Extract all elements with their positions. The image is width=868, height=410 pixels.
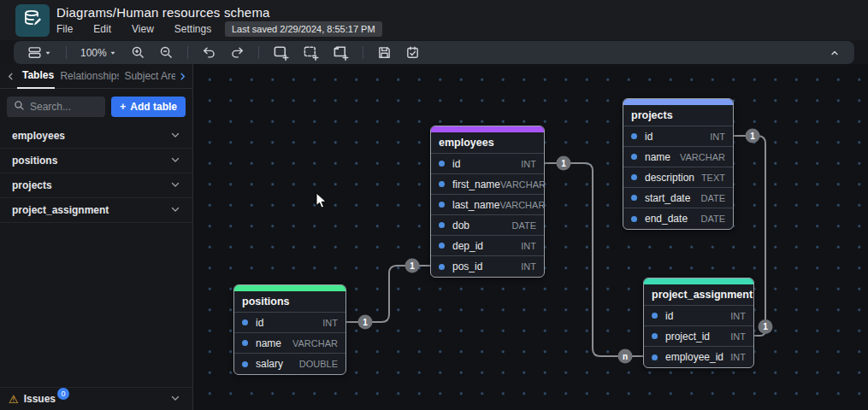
zoom-out-icon: [159, 45, 174, 60]
entity-table-employees[interactable]: employeesidINTfirst_nameVARCHARlast_name…: [430, 126, 545, 278]
table-field-row[interactable]: nameVARCHAR: [234, 333, 345, 354]
zoom-out-button[interactable]: [154, 44, 179, 62]
add-table-toolbar-button[interactable]: [268, 43, 294, 62]
field-name: description: [645, 172, 701, 184]
tab-tables[interactable]: Tables: [17, 64, 55, 89]
zoom-level-value: 100%: [80, 47, 107, 59]
diagram-canvas[interactable]: 111n11 employeesidINTfirst_nameVARCHARla…: [193, 64, 868, 410]
search-input[interactable]: [30, 101, 98, 113]
field-type: DOUBLE: [299, 359, 338, 369]
chevron-up-icon: [829, 47, 841, 59]
table-field-row[interactable]: idINT: [234, 313, 345, 333]
issues-count-badge: 0: [57, 388, 69, 400]
field-type: INT: [730, 331, 746, 342]
field-type: DATE: [700, 214, 725, 224]
collapse-header-button[interactable]: [824, 45, 846, 61]
table-header[interactable]: projects: [623, 105, 733, 126]
table-field-row[interactable]: dep_idINT: [431, 236, 544, 256]
table-field-row[interactable]: start_dateDATE: [623, 188, 733, 208]
table-header[interactable]: positions: [234, 291, 345, 313]
tabs-scroll-right-button[interactable]: [175, 72, 189, 81]
field-type: INT: [730, 311, 746, 321]
diagram-list-button[interactable]: [22, 44, 57, 62]
entity-table-projects[interactable]: projectsidINTnameVARCHARdescriptionTEXTs…: [623, 98, 734, 230]
field-dot-icon: [652, 333, 658, 339]
table-item-label: project_assignment: [12, 204, 109, 216]
table-color-bar: [234, 285, 345, 291]
chevron-down-icon: [170, 391, 180, 407]
table-header[interactable]: project_assignment: [644, 284, 753, 306]
table-field-row[interactable]: pos_idINT: [431, 256, 544, 277]
zoom-level-dropdown[interactable]: 100%: [75, 45, 122, 61]
todo-button[interactable]: [400, 44, 425, 62]
chevron-down-icon[interactable]: [170, 128, 180, 144]
sidebar-table-item-projects[interactable]: projects: [0, 173, 192, 198]
sidebar-table-item-project_assignment[interactable]: project_assignment: [0, 198, 192, 223]
svg-text:n: n: [623, 352, 628, 361]
save-button[interactable]: [372, 44, 397, 62]
zoom-in-button[interactable]: [126, 44, 151, 62]
table-field-row[interactable]: last_nameVARCHAR: [431, 195, 544, 215]
field-dot-icon: [439, 202, 445, 208]
table-field-row[interactable]: descriptionTEXT: [623, 167, 733, 188]
table-header[interactable]: employees: [431, 132, 544, 154]
field-type: VARCHAR: [292, 338, 338, 348]
tabs-scroll-left-button[interactable]: [3, 72, 17, 81]
redo-icon: [230, 45, 245, 60]
field-name: id: [665, 310, 730, 322]
last-saved-badge: Last saved 2/29/2024, 8:55:17 PM: [225, 21, 382, 37]
table-field-row[interactable]: salaryDOUBLE: [234, 354, 345, 374]
caret-down-icon: [109, 49, 117, 57]
sidebar-table-item-employees[interactable]: employees: [0, 124, 192, 149]
field-dot-icon: [652, 354, 658, 360]
field-dot-icon: [631, 195, 637, 201]
field-dot-icon: [439, 181, 445, 187]
table-field-row[interactable]: idINT: [623, 126, 733, 147]
chevron-down-icon[interactable]: [170, 202, 180, 218]
search-box[interactable]: [7, 97, 105, 117]
table-item-label: positions: [12, 155, 57, 167]
tab-relationships[interactable]: Relationships: [55, 65, 119, 88]
table-color-bar: [623, 99, 733, 105]
add-area-button[interactable]: [298, 43, 324, 62]
field-name: id: [256, 317, 322, 329]
cardinality-badge: 1: [746, 129, 760, 144]
warning-icon: ⚠: [9, 393, 19, 406]
field-name: dob: [452, 220, 511, 231]
entity-table-positions[interactable]: positionsidINTnameVARCHARsalaryDOUBLE: [233, 284, 346, 375]
table-item-label: employees: [12, 130, 65, 142]
table-field-row[interactable]: project_idINT: [644, 326, 753, 347]
sidebar-search-row: + Add table: [0, 89, 192, 124]
field-name: id: [645, 131, 710, 143]
app-header: Diagrams/Human resources schema File Edi…: [0, 0, 868, 40]
table-field-row[interactable]: dobDATE: [431, 215, 544, 236]
redo-button[interactable]: [225, 44, 250, 62]
toolbar-divider: [66, 46, 67, 59]
table-field-row[interactable]: first_nameVARCHAR: [431, 174, 544, 195]
menu-settings[interactable]: Settings: [174, 23, 211, 35]
toolbar-divider: [363, 46, 363, 59]
add-table-button[interactable]: + Add table: [111, 97, 186, 117]
issues-label: Issues: [24, 393, 56, 405]
add-note-button[interactable]: [328, 43, 354, 62]
sidebar-table-item-positions[interactable]: positions: [0, 149, 192, 173]
menu-view[interactable]: View: [132, 23, 154, 35]
table-field-row[interactable]: idINT: [431, 154, 544, 174]
field-name: name: [645, 151, 680, 163]
chevron-down-icon[interactable]: [170, 178, 180, 193]
issues-row[interactable]: ⚠ Issues 0: [0, 387, 192, 410]
chevron-down-icon[interactable]: [170, 153, 180, 168]
diagram-title[interactable]: Diagrams/Human resources schema: [56, 5, 270, 20]
table-field-row[interactable]: employee_idINT: [644, 347, 753, 367]
undo-button[interactable]: [197, 44, 221, 62]
relationship-line[interactable]: [346, 266, 430, 322]
entity-table-project_assignment[interactable]: project_assignmentidINTproject_idINTempl…: [643, 278, 754, 368]
menu-edit[interactable]: Edit: [93, 23, 111, 35]
table-field-row[interactable]: nameVARCHAR: [623, 147, 733, 167]
layout-icon: [27, 45, 42, 60]
field-dot-icon: [439, 264, 445, 270]
menu-file[interactable]: File: [56, 23, 73, 35]
table-field-row[interactable]: end_dateDATE: [623, 208, 733, 229]
tab-subject-areas[interactable]: Subject Are: [119, 65, 175, 88]
table-field-row[interactable]: idINT: [644, 306, 753, 326]
